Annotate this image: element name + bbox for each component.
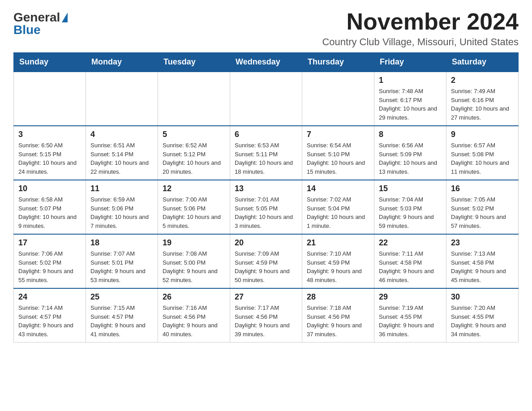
day-info: Sunrise: 6:54 AM Sunset: 5:10 PM Dayligh… (307, 141, 369, 176)
calendar-cell: 23Sunrise: 7:13 AM Sunset: 4:58 PM Dayli… (446, 234, 519, 288)
weekday-header-thursday: Thursday (302, 53, 374, 72)
calendar-cell: 16Sunrise: 7:05 AM Sunset: 5:02 PM Dayli… (446, 180, 519, 234)
day-info: Sunrise: 7:10 AM Sunset: 4:59 PM Dayligh… (307, 249, 369, 284)
calendar-cell: 1Sunrise: 7:48 AM Sunset: 6:17 PM Daylig… (374, 72, 446, 126)
calendar-cell: 10Sunrise: 6:58 AM Sunset: 5:07 PM Dayli… (14, 180, 86, 234)
calendar-cell: 21Sunrise: 7:10 AM Sunset: 4:59 PM Dayli… (302, 234, 374, 288)
day-info: Sunrise: 7:04 AM Sunset: 5:03 PM Dayligh… (379, 195, 442, 230)
location-subtitle: Country Club Village, Missouri, United S… (322, 36, 519, 48)
day-info: Sunrise: 7:02 AM Sunset: 5:04 PM Dayligh… (307, 195, 369, 230)
day-number: 7 (307, 130, 369, 139)
weekday-header-monday: Monday (86, 53, 158, 72)
day-info: Sunrise: 6:52 AM Sunset: 5:12 PM Dayligh… (163, 141, 225, 176)
day-info: Sunrise: 7:06 AM Sunset: 5:02 PM Dayligh… (18, 249, 81, 284)
day-info: Sunrise: 7:00 AM Sunset: 5:06 PM Dayligh… (163, 195, 225, 230)
logo-general-text: General (13, 11, 60, 24)
day-number: 5 (163, 130, 225, 139)
day-number: 29 (379, 292, 442, 302)
calendar-cell: 29Sunrise: 7:19 AM Sunset: 4:55 PM Dayli… (374, 288, 446, 342)
day-number: 1 (379, 76, 442, 85)
day-info: Sunrise: 7:48 AM Sunset: 6:17 PM Dayligh… (379, 87, 442, 122)
day-number: 26 (163, 292, 225, 302)
calendar-cell (86, 72, 158, 126)
day-info: Sunrise: 7:49 AM Sunset: 6:16 PM Dayligh… (451, 87, 514, 122)
calendar-cell: 18Sunrise: 7:07 AM Sunset: 5:01 PM Dayli… (86, 234, 158, 288)
day-number: 3 (18, 130, 81, 139)
day-info: Sunrise: 6:59 AM Sunset: 5:06 PM Dayligh… (90, 195, 153, 230)
calendar-cell: 4Sunrise: 6:51 AM Sunset: 5:14 PM Daylig… (86, 126, 158, 180)
day-number: 19 (163, 238, 225, 248)
day-number: 6 (235, 130, 297, 139)
calendar-week-2: 3Sunrise: 6:50 AM Sunset: 5:15 PM Daylig… (14, 126, 519, 180)
calendar-cell (158, 72, 230, 126)
title-section: November 2024 Country Club Village, Miss… (322, 9, 519, 48)
day-number: 30 (451, 292, 514, 302)
calendar-cell: 14Sunrise: 7:02 AM Sunset: 5:04 PM Dayli… (302, 180, 374, 234)
calendar-cell: 28Sunrise: 7:18 AM Sunset: 4:56 PM Dayli… (302, 288, 374, 342)
day-info: Sunrise: 7:08 AM Sunset: 5:00 PM Dayligh… (163, 249, 225, 284)
day-number: 2 (451, 76, 514, 85)
day-number: 14 (307, 184, 369, 193)
weekday-header-tuesday: Tuesday (158, 53, 230, 72)
calendar-cell: 15Sunrise: 7:04 AM Sunset: 5:03 PM Dayli… (374, 180, 446, 234)
calendar-cell: 19Sunrise: 7:08 AM Sunset: 5:00 PM Dayli… (158, 234, 230, 288)
day-number: 28 (307, 292, 369, 302)
day-number: 27 (235, 292, 297, 302)
calendar-cell (14, 72, 86, 126)
day-number: 17 (18, 238, 81, 248)
calendar-week-4: 17Sunrise: 7:06 AM Sunset: 5:02 PM Dayli… (14, 234, 519, 288)
day-info: Sunrise: 7:09 AM Sunset: 4:59 PM Dayligh… (235, 249, 297, 284)
day-number: 9 (451, 130, 514, 139)
calendar-cell: 11Sunrise: 6:59 AM Sunset: 5:06 PM Dayli… (86, 180, 158, 234)
day-info: Sunrise: 7:13 AM Sunset: 4:58 PM Dayligh… (451, 249, 514, 284)
calendar-cell (230, 72, 302, 126)
day-number: 4 (90, 130, 153, 139)
day-info: Sunrise: 6:51 AM Sunset: 5:14 PM Dayligh… (90, 141, 153, 176)
day-info: Sunrise: 7:18 AM Sunset: 4:56 PM Dayligh… (307, 304, 369, 338)
day-info: Sunrise: 6:53 AM Sunset: 5:11 PM Dayligh… (235, 141, 297, 176)
day-info: Sunrise: 7:15 AM Sunset: 4:57 PM Dayligh… (90, 304, 153, 338)
day-number: 13 (235, 184, 297, 193)
calendar-cell: 2Sunrise: 7:49 AM Sunset: 6:16 PM Daylig… (446, 72, 519, 126)
calendar-table: SundayMondayTuesdayWednesdayThursdayFrid… (13, 52, 519, 342)
weekday-header-wednesday: Wednesday (230, 53, 302, 72)
day-info: Sunrise: 7:11 AM Sunset: 4:58 PM Dayligh… (379, 249, 442, 284)
calendar-cell: 12Sunrise: 7:00 AM Sunset: 5:06 PM Dayli… (158, 180, 230, 234)
calendar-header-row: SundayMondayTuesdayWednesdayThursdayFrid… (14, 53, 519, 72)
calendar-cell: 7Sunrise: 6:54 AM Sunset: 5:10 PM Daylig… (302, 126, 374, 180)
calendar-cell: 6Sunrise: 6:53 AM Sunset: 5:11 PM Daylig… (230, 126, 302, 180)
day-info: Sunrise: 7:07 AM Sunset: 5:01 PM Dayligh… (90, 249, 153, 284)
day-number: 11 (90, 184, 153, 193)
day-number: 23 (451, 238, 514, 248)
day-info: Sunrise: 7:19 AM Sunset: 4:55 PM Dayligh… (379, 304, 442, 338)
calendar-cell: 22Sunrise: 7:11 AM Sunset: 4:58 PM Dayli… (374, 234, 446, 288)
day-info: Sunrise: 7:05 AM Sunset: 5:02 PM Dayligh… (451, 195, 514, 230)
calendar-week-5: 24Sunrise: 7:14 AM Sunset: 4:57 PM Dayli… (14, 288, 519, 342)
calendar-cell (302, 72, 374, 126)
calendar-cell: 13Sunrise: 7:01 AM Sunset: 5:05 PM Dayli… (230, 180, 302, 234)
day-info: Sunrise: 6:56 AM Sunset: 5:09 PM Dayligh… (379, 141, 442, 176)
logo: General Blue (13, 9, 68, 36)
calendar-cell: 24Sunrise: 7:14 AM Sunset: 4:57 PM Dayli… (14, 288, 86, 342)
day-number: 8 (379, 130, 442, 139)
calendar-cell: 8Sunrise: 6:56 AM Sunset: 5:09 PM Daylig… (374, 126, 446, 180)
day-number: 22 (379, 238, 442, 248)
calendar-cell: 3Sunrise: 6:50 AM Sunset: 5:15 PM Daylig… (14, 126, 86, 180)
day-number: 24 (18, 292, 81, 302)
logo-blue-text: Blue (13, 24, 41, 36)
day-number: 15 (379, 184, 442, 193)
day-number: 18 (90, 238, 153, 248)
day-info: Sunrise: 6:58 AM Sunset: 5:07 PM Dayligh… (18, 195, 81, 230)
weekday-header-saturday: Saturday (446, 53, 519, 72)
calendar-cell: 17Sunrise: 7:06 AM Sunset: 5:02 PM Dayli… (14, 234, 86, 288)
day-info: Sunrise: 7:20 AM Sunset: 4:55 PM Dayligh… (451, 304, 514, 338)
page-header: General Blue November 2024 Country Club … (13, 9, 519, 48)
weekday-header-friday: Friday (374, 53, 446, 72)
calendar-week-1: 1Sunrise: 7:48 AM Sunset: 6:17 PM Daylig… (14, 72, 519, 126)
calendar-cell: 27Sunrise: 7:17 AM Sunset: 4:56 PM Dayli… (230, 288, 302, 342)
calendar-cell: 26Sunrise: 7:16 AM Sunset: 4:56 PM Dayli… (158, 288, 230, 342)
weekday-header-sunday: Sunday (14, 53, 86, 72)
calendar-cell: 20Sunrise: 7:09 AM Sunset: 4:59 PM Dayli… (230, 234, 302, 288)
day-number: 16 (451, 184, 514, 193)
day-info: Sunrise: 6:57 AM Sunset: 5:08 PM Dayligh… (451, 141, 514, 176)
